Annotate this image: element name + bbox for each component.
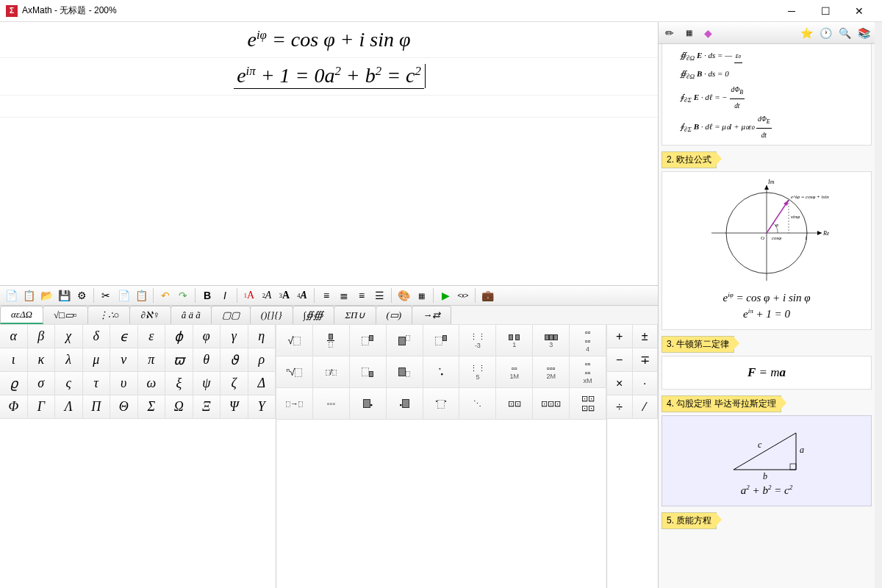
equation-line-2[interactable]: eiπ + 1 = 0a2 + b2 = c2	[0, 58, 658, 95]
align-center-button[interactable]: ≣	[336, 287, 352, 304]
struct-14[interactable]: ⋮⋮5	[459, 356, 496, 388]
struct-23[interactable]: ⋱	[459, 387, 496, 420]
bold-button[interactable]: B	[199, 287, 215, 304]
minimize-button[interactable]: ─	[775, 0, 808, 22]
op-+[interactable]: +	[606, 324, 633, 348]
greek-Δ[interactable]: Δ	[248, 371, 276, 395]
clock-icon[interactable]: 🕐	[817, 25, 833, 41]
greek-Λ[interactable]: Λ	[54, 395, 83, 419]
greek-ξ[interactable]: ξ	[165, 371, 193, 395]
op-÷[interactable]: ÷	[606, 395, 633, 419]
struct-0[interactable]: √	[276, 324, 313, 356]
run-button[interactable]: ▶	[437, 287, 453, 304]
op-∓[interactable]: ∓	[632, 348, 659, 372]
tab-9[interactable]: (▭)	[376, 306, 413, 324]
grid-icon[interactable]: ▦	[681, 25, 697, 41]
greek-η[interactable]: η	[248, 324, 276, 348]
greek-Θ[interactable]: Θ	[110, 395, 138, 419]
font-color-4[interactable]: 4A	[294, 287, 310, 304]
struct-24[interactable]: ⊡⊡	[495, 387, 533, 420]
greek-λ[interactable]: λ	[54, 348, 83, 372]
equation-canvas[interactable]: eiφ = cos φ + i sin φ eiπ + 1 = 0a2 + b2…	[0, 22, 658, 285]
struct-17[interactable]: ▫▫▫▫xM	[569, 356, 606, 388]
font-color-1[interactable]: 1A	[241, 287, 257, 304]
redo-button[interactable]: ↷	[175, 287, 191, 304]
greek-ϕ[interactable]: ϕ	[165, 324, 193, 348]
tab-0[interactable]: αεΔΩ	[0, 306, 43, 324]
equation-line-1[interactable]: eiφ = cos φ + i sin φ	[0, 22, 658, 58]
struct-13[interactable]: ▪▪	[423, 356, 460, 388]
greek-ϑ[interactable]: ϑ	[220, 348, 248, 372]
greek-υ[interactable]: υ	[110, 371, 138, 395]
greek-β[interactable]: β	[27, 324, 56, 348]
greek-κ[interactable]: κ	[27, 348, 56, 372]
tab-8[interactable]: ΣΠ∪	[334, 306, 376, 324]
struct-1[interactable]	[312, 324, 350, 356]
color-picker-button[interactable]: 🎨	[395, 287, 412, 304]
paste-button[interactable]: 📋	[21, 287, 37, 304]
struct-5[interactable]: ⋮⋮-3	[459, 324, 496, 356]
undo-button[interactable]: ↶	[157, 287, 173, 304]
copy-button[interactable]: 📄	[115, 287, 132, 304]
section-4-body[interactable]: a b c a2 + b2 = c2	[662, 415, 872, 506]
cut-button[interactable]: ✂	[98, 287, 114, 304]
greek-π[interactable]: π	[137, 348, 166, 372]
greek-ζ[interactable]: ζ	[220, 371, 248, 395]
greek-ι[interactable]: ι	[0, 348, 28, 372]
struct-18[interactable]: →	[276, 387, 313, 420]
tab-4[interactable]: â ä ã	[171, 306, 212, 324]
italic-button[interactable]: I	[217, 287, 233, 304]
tab-5[interactable]: ▢▢	[211, 306, 251, 324]
greek-Φ[interactable]: Φ	[0, 395, 28, 419]
op-−[interactable]: −	[606, 348, 633, 372]
section-5-label[interactable]: 5. 质能方程	[662, 512, 717, 529]
close-button[interactable]: ✕	[842, 0, 876, 22]
greek-φ[interactable]: φ	[193, 324, 221, 348]
struct-9[interactable]: n√	[276, 356, 313, 388]
greek-ψ[interactable]: ψ	[193, 371, 221, 395]
greek-ϖ[interactable]: ϖ	[165, 348, 193, 372]
align-justify-button[interactable]: ☰	[371, 287, 387, 304]
clipboard-button[interactable]: 📋	[133, 287, 149, 304]
greek-Γ[interactable]: Γ	[27, 395, 56, 419]
greek-ς[interactable]: ς	[54, 371, 83, 395]
greek-τ[interactable]: τ	[82, 371, 111, 395]
tab-6[interactable]: ()[]{}	[250, 306, 293, 324]
op-×[interactable]: ×	[606, 371, 633, 395]
font-color-3[interactable]: 3A	[276, 287, 293, 304]
struct-20[interactable]: ▪	[349, 387, 387, 420]
greek-Ψ[interactable]: Ψ	[220, 395, 248, 419]
greek-χ[interactable]: χ	[54, 324, 83, 348]
struct-11[interactable]	[349, 356, 387, 388]
greek-ϱ[interactable]: ϱ	[0, 371, 28, 395]
save-button[interactable]: 💾	[56, 287, 72, 304]
section-2-body[interactable]: Im Re O 1 φ sinφ cosφ e^iφ = cosφ + isin…	[662, 171, 872, 330]
section-3-body[interactable]: F = ma	[662, 356, 872, 390]
struct-10[interactable]: /	[312, 356, 350, 388]
greek-ϵ[interactable]: ϵ	[110, 324, 138, 348]
palette-button[interactable]: ▦	[413, 287, 429, 304]
section-2-label[interactable]: 2. 欧拉公式	[662, 151, 717, 168]
export-button[interactable]: 💼	[479, 287, 495, 304]
struct-15[interactable]: ▫▫1M	[495, 356, 533, 388]
struct-22[interactable]: ▪▪	[423, 387, 460, 420]
greek-Υ[interactable]: Υ	[248, 395, 276, 419]
struct-25[interactable]: ⊡⊡⊡	[532, 387, 570, 420]
font-color-2[interactable]: 2A	[259, 287, 275, 304]
settings-button[interactable]: ⚙	[74, 287, 90, 304]
greek-θ[interactable]: θ	[193, 348, 221, 372]
op-∕[interactable]: ∕	[632, 395, 659, 419]
struct-3[interactable]	[386, 324, 423, 356]
star-icon[interactable]: ⭐	[798, 25, 814, 41]
align-left-button[interactable]: ≡	[318, 287, 334, 304]
search-icon[interactable]: 🔍	[836, 25, 853, 41]
tab-1[interactable]: √□▭▫	[43, 306, 88, 324]
greek-σ[interactable]: σ	[27, 371, 56, 395]
section-3-label[interactable]: 3. 牛顿第二定律	[662, 336, 734, 353]
align-right-button[interactable]: ≡	[354, 287, 370, 304]
greek-ε[interactable]: ε	[137, 324, 166, 348]
op-·[interactable]: ·	[632, 371, 659, 395]
greek-Ω[interactable]: Ω	[165, 395, 193, 419]
open-button[interactable]: 📂	[38, 287, 54, 304]
struct-6[interactable]: 1	[495, 324, 533, 356]
